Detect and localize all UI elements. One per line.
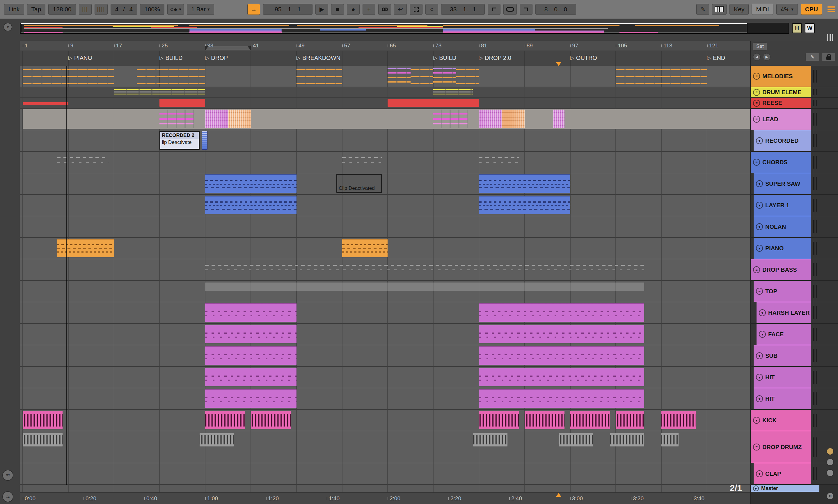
master-unfold-icon[interactable]: ▶ <box>753 485 759 491</box>
clip-lead-73[interactable] <box>433 110 467 128</box>
track-header-kick[interactable]: ▾KICK <box>751 410 811 431</box>
clip-melodies-21[interactable] <box>137 67 159 85</box>
clip-drop-drumz-113[interactable] <box>661 433 679 446</box>
side-badge-1[interactable] <box>826 448 834 455</box>
track-header-melodies[interactable]: ≡MELODIES <box>751 66 811 87</box>
track-lanes[interactable]: RECORDED 2lip DeactivateClip Deactivated <box>20 66 750 485</box>
clip-reese-65[interactable] <box>388 99 479 107</box>
track-header-face[interactable]: ▾FACE <box>756 324 811 345</box>
clip-drop-drumz-32[interactable] <box>200 433 234 446</box>
clip-super-saw-81[interactable] <box>479 174 570 193</box>
punch-out-button[interactable] <box>520 4 532 15</box>
group-fold-icon[interactable]: ≡ <box>753 159 760 166</box>
record-button[interactable]: ● <box>347 4 360 15</box>
lane-super-saw[interactable]: Clip Deactivated <box>20 173 750 195</box>
clip-kick-81[interactable] <box>479 411 519 429</box>
clip-reese-1[interactable] <box>23 99 68 107</box>
clip-kick-33[interactable] <box>205 411 245 429</box>
clip-chords-81[interactable] <box>479 152 519 171</box>
nudge-down-button[interactable]: ||| <box>79 4 92 15</box>
arrangement-area[interactable]: 191725334149576573818997105113121 ▷PIANO… <box>20 41 750 504</box>
wave-badge[interactable]: ≈ <box>826 492 834 500</box>
midi-map-button[interactable]: MIDI <box>752 4 773 15</box>
lane-piano[interactable] <box>20 238 750 259</box>
group-fold-icon[interactable]: ≡ <box>753 73 760 79</box>
track-header-nolan[interactable]: ▾NOLAN <box>754 216 811 237</box>
track-header-super-saw[interactable]: ▾SUPER SAW <box>754 173 811 194</box>
unfold-icon[interactable]: ▾ <box>753 417 760 424</box>
clip-drop-drumz-1[interactable] <box>23 433 63 446</box>
lane-sub[interactable] <box>20 345 750 367</box>
lane-layer-1[interactable] <box>20 195 750 216</box>
clip-melodies-1[interactable] <box>23 67 68 85</box>
clip-melodies-65[interactable] <box>388 67 410 85</box>
lane-recorded[interactable]: RECORDED 2lip Deactivate <box>20 130 750 152</box>
lane-face[interactable] <box>20 324 750 345</box>
track-header-hit[interactable]: ▾HIT <box>754 367 811 388</box>
computer-midi-keyboard-button[interactable] <box>712 4 726 15</box>
lane-kick[interactable] <box>20 410 750 431</box>
locator-end-7[interactable]: ▷END <box>707 55 725 61</box>
clip-melodies-9[interactable] <box>68 67 114 85</box>
master-track-lane[interactable]: 2/1 <box>20 485 750 492</box>
loop-brace[interactable] <box>205 46 251 50</box>
clip-drop-drumz-95[interactable] <box>559 433 593 446</box>
unfold-icon[interactable]: ▾ <box>756 180 763 187</box>
clip-hit-2-33[interactable] <box>205 389 296 408</box>
capture-midi-button[interactable] <box>410 4 423 15</box>
loop-length-field[interactable]: 8. 0. 0 <box>535 4 576 15</box>
track-header-top[interactable]: ≡TOP <box>754 281 811 302</box>
key-map-button[interactable]: Key <box>730 4 749 15</box>
track-header-hit-2[interactable]: ▾HIT <box>754 388 811 409</box>
group-fold-icon[interactable]: ≡ <box>756 288 763 295</box>
clip-face-33[interactable] <box>205 325 296 343</box>
clip-reese-25[interactable] <box>159 99 205 107</box>
lane-top[interactable] <box>20 281 750 302</box>
clip-lead-94[interactable] <box>553 110 564 128</box>
overview-h-button[interactable]: H <box>792 23 802 33</box>
lane-reese[interactable] <box>20 98 750 109</box>
clip-super-saw-56[interactable]: Clip Deactivated <box>336 174 382 193</box>
time-signature-field[interactable]: 4 / 4 <box>110 4 137 15</box>
clip-lead-1[interactable] <box>23 109 750 129</box>
punch-in-button[interactable] <box>488 4 500 15</box>
clip-chords-57[interactable] <box>342 152 382 171</box>
group-fold-icon[interactable]: ≡ <box>753 89 760 96</box>
locator-drop-2[interactable]: ▷DROP <box>205 55 228 61</box>
lane-chords[interactable] <box>20 152 750 173</box>
clip-recorded-32.4[interactable] <box>202 131 207 150</box>
clip-super-saw-33[interactable] <box>205 174 296 193</box>
clip-kick-105[interactable] <box>616 411 644 429</box>
unfold-icon[interactable]: ▾ <box>759 309 766 316</box>
clip-kick-89[interactable] <box>525 411 564 429</box>
clip-sub-81[interactable] <box>479 346 644 365</box>
overdub-button[interactable]: + <box>362 4 375 15</box>
draw-mode-button[interactable]: ✎ <box>696 4 709 15</box>
clip-drop-bass-33[interactable] <box>205 260 644 279</box>
group-fold-icon[interactable]: ≡ <box>753 100 760 107</box>
clip-drop-drumz-80[interactable] <box>473 433 508 446</box>
chevron-down-icon[interactable]: ▾ <box>179 7 181 12</box>
locator-piano-0[interactable]: ▷PIANO <box>68 55 92 61</box>
clip-melodies-69[interactable] <box>411 67 433 85</box>
clip-kick-1[interactable] <box>23 411 63 429</box>
track-header-sub[interactable]: ▾SUB <box>754 345 811 366</box>
track-header-chords[interactable]: ≡CHORDS <box>751 152 811 173</box>
unfold-icon[interactable]: ▾ <box>756 245 763 252</box>
locator-drop-2-0-5[interactable]: ▷DROP 2.0 <box>479 55 511 61</box>
metronome-button[interactable]: ○● ▾ <box>167 4 184 15</box>
tap-tempo-button[interactable]: Tap <box>27 4 46 15</box>
clip-kick-41[interactable] <box>251 411 291 429</box>
unfold-icon[interactable]: ▾ <box>756 470 763 477</box>
clip-sub-33[interactable] <box>205 346 296 365</box>
clip-kick-113[interactable] <box>661 411 696 429</box>
clip-melodies-97[interactable] <box>570 67 616 85</box>
clip-lead-37[interactable] <box>228 110 251 128</box>
unfold-icon[interactable]: ▾ <box>759 331 766 338</box>
clip-melodies-113[interactable] <box>661 67 707 85</box>
overview-w-button[interactable]: W <box>805 23 815 33</box>
lane-drop-bass[interactable] <box>20 259 750 281</box>
clip-melodies-57[interactable] <box>342 67 388 85</box>
unfold-icon[interactable]: ▾ <box>756 223 763 230</box>
clip-piano-7[interactable] <box>57 239 114 257</box>
